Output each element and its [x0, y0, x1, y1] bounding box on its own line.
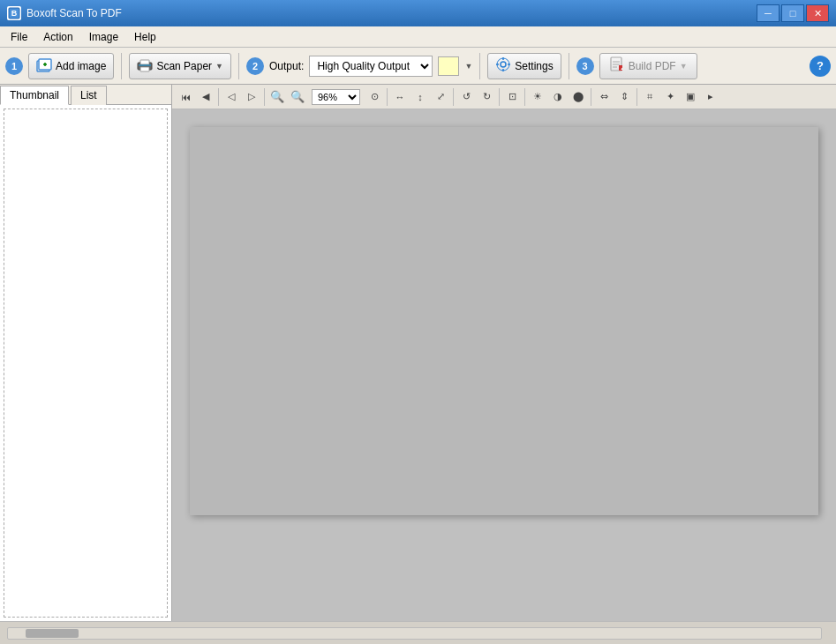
tab-bar: Thumbnail List [0, 85, 171, 105]
add-image-button[interactable]: Add image [28, 53, 114, 79]
zoom-select[interactable]: 96% 50% 75% 100% 150% [312, 89, 360, 105]
scrollbar-thumb[interactable] [26, 629, 79, 638]
svg-point-11 [497, 58, 509, 71]
help-button[interactable]: ? [810, 56, 831, 77]
brightness-button[interactable]: ☀ [528, 87, 547, 107]
toolbar-sep2 [238, 53, 239, 79]
img-sep4 [453, 88, 454, 106]
zoom-out-button[interactable]: 🔍 [267, 87, 287, 107]
color-button[interactable]: ⬤ [569, 87, 588, 107]
menu-action[interactable]: Action [36, 29, 79, 45]
menu-help[interactable]: Help [127, 29, 163, 45]
add-image-icon [36, 58, 52, 74]
scan-paper-icon [137, 58, 153, 74]
toolbar: 1 Add image Scan Paper ▼ 2 [0, 48, 836, 85]
tab-thumbnail[interactable]: Thumbnail [0, 86, 69, 105]
minimize-button[interactable]: ─ [757, 4, 780, 22]
fit-width-button[interactable]: ↔ [390, 87, 410, 107]
flip-v-button[interactable]: ⇕ [614, 87, 634, 107]
scan-paper-button[interactable]: Scan Paper ▼ [129, 53, 231, 79]
zoom-display: 96% 50% 75% 100% 150% [308, 89, 364, 105]
img-sep3 [387, 88, 388, 106]
build-pdf-arrow: ▼ [680, 62, 688, 71]
step3-circle: 3 [576, 57, 594, 75]
settings-icon [495, 56, 511, 75]
crop-button[interactable]: ⊡ [502, 87, 522, 107]
deskew-button[interactable]: ⌗ [640, 87, 659, 107]
color-swatch[interactable] [438, 56, 459, 76]
main-area: Thumbnail List ⏮ ◀ ◁ ▷ 🔍 🔍 96% 50% 75% [0, 85, 836, 621]
output-select[interactable]: High Quality Output Standard Quality Low… [309, 56, 433, 77]
svg-text:B: B [11, 9, 18, 18]
app-icon: B [7, 6, 21, 20]
despeckle-button[interactable]: ✦ [660, 87, 680, 107]
menu-file[interactable]: File [4, 29, 34, 45]
svg-rect-8 [140, 67, 149, 71]
preview-area: ⏮ ◀ ◁ ▷ 🔍 🔍 96% 50% 75% 100% 150% ⊙ ↔ [172, 85, 836, 621]
img-sep8 [636, 88, 637, 106]
first-page-button[interactable]: ⏮ [176, 87, 195, 107]
titlebar-controls: ─ □ ✕ [757, 4, 829, 22]
step2-circle: 2 [246, 57, 264, 75]
statusbar [0, 621, 836, 644]
rotate-left-button[interactable]: ↺ [456, 87, 476, 107]
build-pdf-label: Build PDF [629, 60, 676, 72]
image-toolbar: ⏮ ◀ ◁ ▷ 🔍 🔍 96% 50% 75% 100% 150% ⊙ ↔ [172, 85, 836, 109]
rotate-right-button[interactable]: ↻ [477, 87, 496, 107]
left-panel: Thumbnail List [0, 85, 172, 621]
menubar: File Action Image Help [0, 26, 836, 48]
maximize-button[interactable]: □ [781, 4, 804, 22]
toolbar-sep1 [121, 53, 122, 79]
svg-text:▲: ▲ [620, 66, 623, 71]
tab-list[interactable]: List [71, 86, 107, 105]
output-label: Output: [269, 60, 304, 72]
toolbar-sep4 [569, 53, 569, 79]
border-button[interactable]: ▣ [681, 87, 700, 107]
settings-button[interactable]: Settings [487, 53, 561, 79]
page-preview [190, 127, 818, 515]
pdf-icon: ▲ [609, 56, 625, 75]
zoom-in-button[interactable]: 🔍 [288, 87, 307, 107]
img-sep2 [264, 88, 265, 106]
app-title: Boxoft Scan To PDF [26, 7, 122, 19]
prev-page-button[interactable]: ◀ [196, 87, 215, 107]
step1-circle: 1 [5, 57, 23, 75]
svg-rect-7 [140, 60, 149, 64]
titlebar: B Boxoft Scan To PDF ─ □ ✕ [0, 0, 836, 26]
next-image-button[interactable]: ▷ [242, 87, 261, 107]
build-pdf-button[interactable]: ▲ Build PDF ▼ [599, 53, 697, 79]
close-button[interactable]: ✕ [806, 4, 829, 22]
img-sep1 [218, 88, 219, 106]
svg-point-10 [501, 62, 506, 67]
menu-image[interactable]: Image [82, 29, 125, 45]
flip-h-button[interactable]: ⇔ [594, 87, 614, 107]
fit-height-button[interactable]: ↕ [410, 87, 430, 107]
thumbnail-area [4, 109, 168, 618]
add-image-label: Add image [56, 60, 106, 72]
scan-paper-label: Scan Paper [156, 60, 212, 72]
contrast-button[interactable]: ◑ [548, 87, 568, 107]
prev-image-button[interactable]: ◁ [222, 87, 241, 107]
titlebar-left: B Boxoft Scan To PDF [7, 6, 122, 20]
img-sep6 [524, 88, 525, 106]
img-sep5 [499, 88, 500, 106]
canvas-area[interactable] [172, 109, 836, 621]
fit-page-button[interactable]: ⤢ [431, 87, 450, 107]
color-swatch-arrow[interactable]: ▼ [464, 62, 472, 71]
scrollbar-track[interactable] [7, 627, 822, 640]
scan-paper-dropdown-arrow: ▼ [215, 62, 223, 71]
settings-label: Settings [515, 60, 553, 72]
img-sep7 [591, 88, 591, 106]
more-button[interactable]: ▸ [701, 87, 720, 107]
toolbar-sep3 [479, 53, 480, 79]
zoom-actual-button[interactable]: ⊙ [365, 87, 384, 107]
